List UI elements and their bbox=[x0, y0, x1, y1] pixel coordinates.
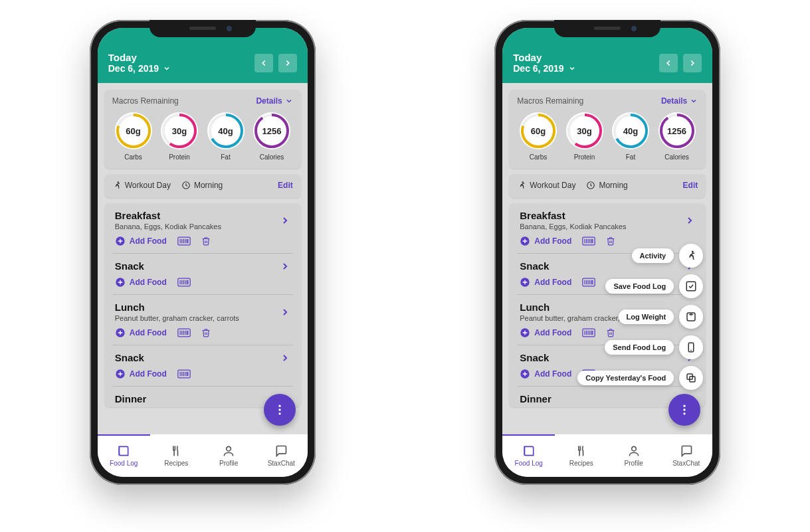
macros-details-button[interactable]: Details bbox=[256, 96, 292, 106]
date-selector[interactable]: Dec 6, 2019 bbox=[513, 63, 575, 74]
running-icon bbox=[685, 250, 697, 262]
svg-point-44 bbox=[278, 412, 280, 414]
delete-button[interactable] bbox=[201, 236, 211, 246]
macro-protein[interactable]: 30g Protein bbox=[158, 112, 201, 161]
macro-calories[interactable]: 1256 Calories bbox=[251, 112, 293, 161]
nav-staxchat[interactable]: StaxChat bbox=[255, 434, 308, 477]
svg-point-8 bbox=[117, 181, 118, 183]
barcode-button[interactable] bbox=[177, 278, 191, 287]
check-square-icon bbox=[685, 280, 697, 292]
meal-header[interactable]: Dinner bbox=[520, 393, 695, 404]
chevron-right-icon bbox=[280, 215, 290, 226]
add-food-button[interactable]: Add Food bbox=[520, 277, 571, 288]
add-food-button[interactable]: Add Food bbox=[115, 277, 167, 288]
svg-point-99 bbox=[631, 446, 636, 451]
macros-details-button[interactable]: Details bbox=[661, 96, 698, 106]
macros-section-label: Macros Remaining bbox=[112, 96, 179, 106]
nav-profile[interactable]: Profile bbox=[203, 434, 255, 477]
fab-item-log-weight[interactable]: Log Weight bbox=[619, 305, 704, 329]
more-vertical-icon bbox=[678, 403, 691, 416]
macro-fat[interactable]: 40g Fat bbox=[205, 112, 247, 161]
user-icon bbox=[627, 444, 641, 458]
fab-item-copy-yesterday[interactable]: Copy Yesterday's Food bbox=[577, 366, 703, 390]
next-day-button[interactable] bbox=[683, 54, 702, 72]
clock-icon bbox=[181, 181, 191, 190]
add-food-button[interactable]: Add Food bbox=[115, 236, 167, 246]
chevron-down-icon bbox=[285, 97, 293, 105]
macro-carbs[interactable]: 60g Carbs bbox=[517, 112, 559, 161]
meal-header[interactable]: Dinner bbox=[115, 393, 290, 404]
plus-circle-icon bbox=[520, 277, 530, 288]
fab-item-save-food-log[interactable]: Save Food Log bbox=[605, 274, 703, 298]
fab-item-send-food-log[interactable]: Send Food Log bbox=[605, 335, 703, 359]
nav-profile[interactable]: Profile bbox=[607, 434, 660, 477]
nav-staxchat[interactable]: StaxChat bbox=[660, 434, 712, 477]
nav-food-log[interactable]: Food Log bbox=[98, 434, 150, 477]
workout-time-chip[interactable]: Morning bbox=[181, 181, 223, 190]
plus-circle-icon bbox=[115, 327, 126, 338]
plus-circle-icon bbox=[115, 236, 126, 246]
nav-recipes[interactable]: Recipes bbox=[150, 434, 203, 477]
macro-carbs[interactable]: 60g Carbs bbox=[112, 112, 155, 161]
svg-point-97 bbox=[684, 408, 686, 410]
meal-header[interactable]: Snack bbox=[115, 352, 290, 363]
meal-snack-1: Snack Add Food bbox=[112, 253, 293, 294]
phone-frame-left: Today Dec 6, 2019 Macros Remaining bbox=[90, 20, 316, 485]
tab-indicator bbox=[98, 434, 150, 436]
nav-recipes[interactable]: Recipes bbox=[555, 434, 607, 477]
device-notch bbox=[554, 20, 660, 37]
svg-point-98 bbox=[684, 412, 686, 414]
barcode-button[interactable] bbox=[177, 328, 191, 337]
workout-card: Workout Day Morning Edit bbox=[104, 174, 301, 198]
meal-header[interactable]: Lunch Peanut butter, graham cracker, car… bbox=[115, 302, 290, 322]
workout-card: Workout Day Morning Edit bbox=[509, 174, 706, 198]
workout-edit-button[interactable]: Edit bbox=[683, 181, 698, 190]
macro-fat[interactable]: 40g Fat bbox=[609, 112, 652, 161]
header-date: Dec 6, 2019 bbox=[108, 63, 159, 74]
meal-header[interactable]: Breakfast Banana, Eggs, Kodiak Pancakes bbox=[115, 210, 290, 230]
meal-breakfast: Breakfast Banana, Eggs, Kodiak Pancakes … bbox=[112, 203, 293, 253]
fab-button[interactable] bbox=[264, 394, 296, 426]
clock-icon bbox=[586, 181, 595, 190]
macro-calories[interactable]: 1256 Calories bbox=[656, 112, 698, 161]
chevron-right-icon bbox=[283, 58, 292, 68]
tab-indicator bbox=[502, 434, 555, 436]
barcode-button[interactable] bbox=[177, 369, 191, 379]
more-vertical-icon bbox=[273, 403, 286, 416]
meal-header[interactable]: Breakfast Banana, Eggs, Kodiak Pancakes bbox=[520, 210, 695, 230]
date-selector[interactable]: Dec 6, 2019 bbox=[108, 63, 171, 74]
nav-food-log[interactable]: Food Log bbox=[502, 434, 555, 477]
prev-day-button[interactable] bbox=[254, 54, 273, 72]
workout-edit-button[interactable]: Edit bbox=[278, 181, 293, 190]
barcode-icon bbox=[177, 236, 191, 246]
trash-icon bbox=[201, 328, 211, 337]
trash-icon bbox=[201, 236, 211, 246]
meal-header[interactable]: Snack bbox=[115, 260, 290, 272]
phone-send-icon bbox=[685, 341, 697, 353]
svg-point-43 bbox=[278, 408, 280, 410]
macro-protein[interactable]: 30g Protein bbox=[563, 112, 606, 161]
add-food-button[interactable]: Add Food bbox=[115, 327, 167, 338]
chevron-left-icon bbox=[259, 58, 268, 68]
chat-icon bbox=[274, 444, 288, 458]
workout-time-chip[interactable]: Morning bbox=[586, 181, 627, 190]
device-notch bbox=[150, 20, 256, 37]
delete-button[interactable] bbox=[201, 328, 211, 337]
fab-item-activity[interactable]: Activity bbox=[632, 244, 704, 268]
barcode-icon bbox=[177, 369, 191, 379]
prev-day-button[interactable] bbox=[659, 54, 678, 72]
barcode-button[interactable] bbox=[177, 236, 191, 246]
header-title: Today bbox=[108, 52, 171, 63]
add-food-button[interactable]: Add Food bbox=[520, 369, 571, 379]
fab-button[interactable] bbox=[668, 394, 700, 426]
workout-day-chip[interactable]: Workout Day bbox=[517, 181, 575, 190]
chevron-right-icon bbox=[280, 353, 290, 363]
add-food-button[interactable]: Add Food bbox=[520, 236, 571, 246]
book-icon bbox=[117, 444, 130, 458]
add-food-button[interactable]: Add Food bbox=[520, 327, 571, 338]
next-day-button[interactable] bbox=[278, 54, 297, 72]
fab-menu: Activity Save Food Log Log Weight Send F… bbox=[577, 244, 703, 390]
add-food-button[interactable]: Add Food bbox=[115, 369, 167, 379]
workout-day-chip[interactable]: Workout Day bbox=[112, 181, 171, 190]
chevron-right-icon bbox=[280, 261, 290, 272]
